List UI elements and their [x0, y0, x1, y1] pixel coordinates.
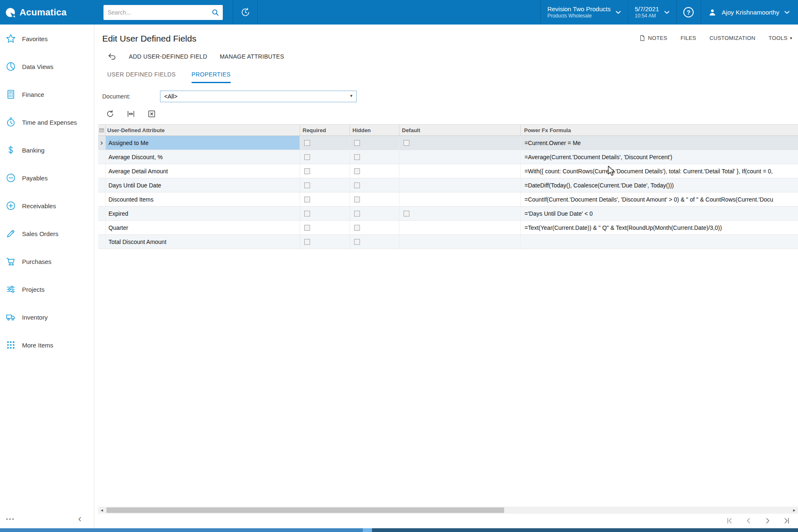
- checkbox[interactable]: [304, 154, 310, 160]
- formula-cell[interactable]: =With({ count: CountRows(Current.'Docume…: [521, 164, 798, 178]
- table-row[interactable]: Days Until Due Date=DateDiff(Today(), Co…: [98, 178, 798, 192]
- checkbox[interactable]: [354, 140, 360, 146]
- tab-properties[interactable]: PROPERTIES: [192, 71, 231, 83]
- hidden-cell[interactable]: [350, 235, 399, 249]
- formula-cell[interactable]: =Current.Owner = Me: [521, 136, 798, 150]
- required-cell[interactable]: [300, 136, 350, 150]
- scroll-right-icon[interactable]: ▸: [791, 507, 798, 514]
- sidebar-item-purchases[interactable]: Purchases: [0, 252, 94, 271]
- default-cell[interactable]: [399, 192, 521, 206]
- formula-cell[interactable]: =DateDiff(Today(), Coalesce(Current.'Due…: [521, 178, 798, 192]
- checkbox[interactable]: [354, 168, 360, 174]
- table-row[interactable]: Average Detail Amount=With({ count: Coun…: [98, 164, 798, 178]
- files-button[interactable]: FILES: [680, 35, 696, 41]
- sidebar-item-payables[interactable]: Payables: [0, 169, 94, 187]
- checkbox[interactable]: [304, 211, 310, 217]
- row-indicator-cell[interactable]: [98, 221, 106, 234]
- checkbox[interactable]: [304, 168, 310, 174]
- table-row[interactable]: Total Discount Amount: [98, 235, 798, 249]
- row-indicator-cell[interactable]: [98, 178, 106, 192]
- video-progress-bar[interactable]: [0, 528, 798, 532]
- attribute-cell[interactable]: Expired: [106, 207, 300, 220]
- next-page-button[interactable]: [764, 517, 771, 525]
- more-options-icon[interactable]: •••: [6, 515, 15, 522]
- checkbox[interactable]: [404, 211, 409, 217]
- last-page-button[interactable]: [783, 517, 791, 525]
- export-excel-button[interactable]: [147, 109, 157, 119]
- table-row[interactable]: Discounted Items=CountIf(Current.'Docume…: [98, 192, 798, 207]
- scrollbar-thumb[interactable]: [106, 507, 504, 513]
- fit-width-button[interactable]: [126, 109, 136, 119]
- notes-button[interactable]: NOTES: [639, 35, 667, 41]
- required-cell[interactable]: [300, 235, 350, 249]
- sidebar-item-projects[interactable]: Projects: [0, 280, 94, 298]
- grid-settings-header-cell[interactable]: [98, 125, 106, 135]
- hidden-cell[interactable]: [350, 178, 399, 192]
- checkbox[interactable]: [354, 239, 360, 245]
- attribute-cell[interactable]: Quarter: [106, 221, 300, 234]
- back-button[interactable]: [107, 52, 116, 61]
- column-header[interactable]: Power Fx Formula: [521, 125, 798, 135]
- customization-button[interactable]: CUSTOMIZATION: [709, 35, 755, 41]
- video-progress-marker[interactable]: [363, 528, 372, 532]
- column-header[interactable]: Default: [399, 125, 521, 135]
- checkbox[interactable]: [354, 154, 360, 160]
- prev-page-button[interactable]: [745, 517, 752, 525]
- sidebar-item-banking[interactable]: Banking: [0, 141, 94, 159]
- required-cell[interactable]: [300, 192, 350, 206]
- sidebar-item-inventory[interactable]: Inventory: [0, 308, 94, 326]
- help-button[interactable]: ?: [677, 0, 701, 25]
- formula-cell[interactable]: ='Days Until Due Date' < 0: [521, 207, 798, 220]
- column-header[interactable]: Hidden: [350, 125, 399, 135]
- row-indicator-cell[interactable]: [98, 192, 106, 206]
- default-cell[interactable]: [399, 136, 521, 150]
- default-cell[interactable]: [399, 164, 521, 178]
- checkbox[interactable]: [304, 140, 310, 146]
- search-icon[interactable]: [212, 9, 219, 16]
- required-cell[interactable]: [300, 164, 350, 178]
- attribute-cell[interactable]: Average Detail Amount: [106, 164, 300, 178]
- row-indicator-cell[interactable]: [98, 150, 106, 164]
- hidden-cell[interactable]: [350, 221, 399, 234]
- home-logo-link[interactable]: Acumatica: [0, 7, 94, 18]
- sidebar-item-more-items[interactable]: More Items: [0, 336, 94, 354]
- horizontal-scrollbar[interactable]: ◂ ▸: [98, 507, 798, 514]
- hidden-cell[interactable]: [350, 192, 399, 206]
- checkbox[interactable]: [304, 225, 310, 231]
- sidebar-item-receivables[interactable]: Receivables: [0, 197, 94, 215]
- attribute-cell[interactable]: Assigned to Me: [106, 136, 300, 150]
- checkbox[interactable]: [304, 182, 310, 188]
- hidden-cell[interactable]: [350, 164, 399, 178]
- table-row[interactable]: Quarter=Text(Year(Current.Date)) & " Q" …: [98, 221, 798, 235]
- manage-attributes-button[interactable]: MANAGE ATTRIBUTES: [220, 53, 284, 60]
- formula-cell[interactable]: =CountIf(Current.'Document Details', 'Di…: [521, 192, 798, 206]
- checkbox[interactable]: [304, 197, 310, 202]
- sidebar-item-favorites[interactable]: Favorites: [0, 30, 94, 48]
- required-cell[interactable]: [300, 207, 350, 220]
- attribute-cell[interactable]: Days Until Due Date: [106, 178, 300, 192]
- default-cell[interactable]: [399, 221, 521, 234]
- sidebar-item-data-views[interactable]: Data Views: [0, 57, 94, 76]
- formula-cell[interactable]: =Text(Year(Current.Date)) & " Q" & Text(…: [521, 221, 798, 234]
- default-cell[interactable]: [399, 207, 521, 220]
- first-page-button[interactable]: [726, 517, 733, 525]
- scroll-left-icon[interactable]: ◂: [98, 507, 106, 514]
- collapse-sidebar-icon[interactable]: ‹: [78, 514, 81, 524]
- checkbox[interactable]: [354, 197, 360, 202]
- checkbox[interactable]: [354, 211, 360, 217]
- tools-button[interactable]: TOOLS ▾: [768, 35, 792, 41]
- sidebar-item-sales-orders[interactable]: Sales Orders: [0, 224, 94, 243]
- row-indicator-cell[interactable]: [98, 164, 106, 178]
- user-menu[interactable]: Ajoy Krishnamoorthy: [701, 0, 798, 25]
- required-cell[interactable]: [300, 178, 350, 192]
- hidden-cell[interactable]: [350, 136, 399, 150]
- document-dropdown[interactable]: <All> ▾: [160, 91, 357, 102]
- default-cell[interactable]: [399, 178, 521, 192]
- table-row[interactable]: Expired='Days Until Due Date' < 0: [98, 207, 798, 221]
- table-row[interactable]: ›Assigned to Me=Current.Owner = Me: [98, 136, 798, 150]
- company-selector[interactable]: Revision Two Products Products Wholesale: [541, 0, 628, 25]
- attribute-cell[interactable]: Average Discount, %: [106, 150, 300, 164]
- row-indicator-cell[interactable]: [98, 207, 106, 220]
- tab-user-defined-fields[interactable]: USER DEFINED FIELDS: [107, 71, 176, 83]
- formula-cell[interactable]: [521, 235, 798, 249]
